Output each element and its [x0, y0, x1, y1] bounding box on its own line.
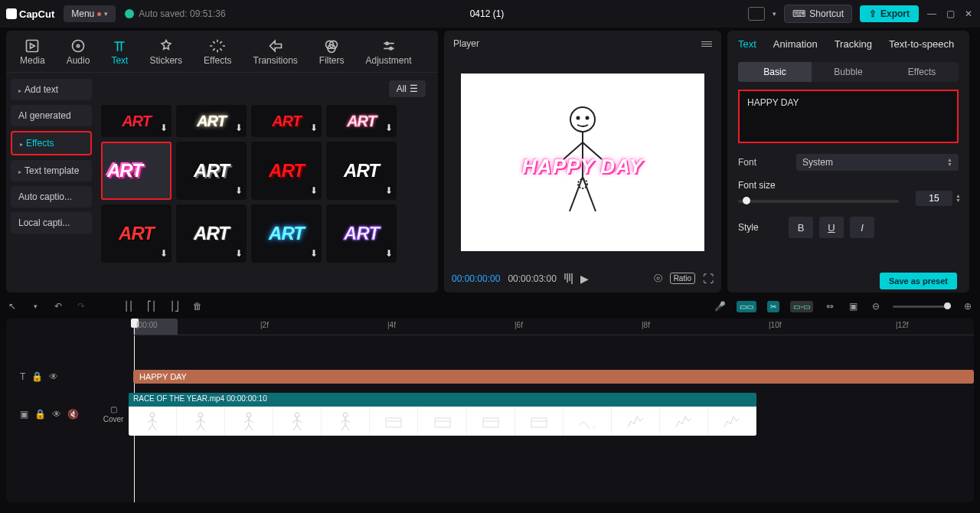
effect-tile[interactable]: ART⬇	[326, 204, 397, 263]
font-select[interactable]: System ▲▼	[796, 154, 959, 171]
effect-tile[interactable]: ART⬇	[176, 105, 247, 137]
lock-icon[interactable]: 🔒	[34, 409, 46, 420]
svg-rect-47	[386, 418, 401, 427]
fontsize-input[interactable]: 15	[916, 191, 952, 206]
layout-icon[interactable]	[748, 7, 765, 21]
text-clip[interactable]: HAPPY DAY	[133, 370, 974, 384]
download-icon[interactable]: ⬇	[235, 248, 243, 259]
text-content-input[interactable]: HAPPY DAY	[738, 90, 959, 143]
video-clip[interactable]: RACE OF THE YEAR.mp4 00:00:00:10	[129, 393, 756, 436]
export-button[interactable]: ⇪ Export	[860, 5, 919, 22]
close-icon[interactable]: ✕	[963, 8, 974, 19]
effect-tile[interactable]: ART⬇	[251, 142, 322, 200]
effect-tile[interactable]: ART⬇	[251, 204, 322, 263]
subtab-effects[interactable]: Effects	[885, 62, 959, 82]
redo-icon[interactable]: ↷	[75, 301, 87, 312]
download-icon[interactable]: ⬇	[385, 248, 393, 259]
zoom-slider[interactable]	[893, 306, 951, 308]
undo-icon[interactable]: ↶	[52, 301, 64, 312]
slider-knob[interactable]	[743, 197, 750, 204]
download-icon[interactable]: ⬇	[235, 123, 243, 133]
effect-tile[interactable]: ART⬇	[251, 105, 322, 137]
effect-tile[interactable]: ART⬇	[101, 204, 172, 263]
snap-link-icon[interactable]: ▭◦▭	[790, 301, 813, 312]
tab-stickers[interactable]: Stickers	[143, 35, 188, 72]
sidebar-item-ai-generated[interactable]: AI generated	[11, 105, 92, 126]
lock-icon[interactable]: 🔒	[31, 371, 43, 382]
maximize-icon[interactable]: ▢	[945, 8, 956, 19]
zoom-in-icon[interactable]: ⊕	[962, 301, 974, 312]
download-icon[interactable]: ⬇	[310, 123, 318, 133]
split-left-icon[interactable]: ⎡⎮	[145, 301, 158, 312]
underline-button[interactable]: U	[819, 217, 844, 238]
fullscreen-icon[interactable]: ⛶	[703, 273, 714, 285]
mute-icon[interactable]: 🔇	[67, 409, 79, 420]
cover-button[interactable]: ▢ Cover	[98, 405, 129, 423]
mic-icon[interactable]: 🎤	[714, 301, 726, 312]
tab-transitions[interactable]: Transitions	[247, 35, 304, 72]
tab-effects[interactable]: Effects	[198, 35, 237, 72]
sidebar-item-auto-captions[interactable]: Auto captio...	[11, 186, 92, 207]
italic-button[interactable]: I	[850, 217, 874, 238]
shortcut-button[interactable]: ⌨ Shortcut	[784, 5, 852, 23]
align-center-icon[interactable]: ⇔	[824, 301, 836, 312]
bold-button[interactable]: B	[789, 217, 813, 238]
minimize-icon[interactable]: —	[926, 8, 937, 19]
sidebar-item-add-text[interactable]: ▸Add text	[11, 79, 92, 100]
effect-tile[interactable]: ART⬇	[176, 142, 247, 200]
chevron-down-icon[interactable]: ▾	[773, 10, 776, 18]
fontsize-stepper[interactable]: ▲▼	[956, 194, 961, 203]
download-icon[interactable]: ⬇	[385, 123, 393, 133]
preview-area[interactable]: HAPPY DAY	[444, 57, 721, 267]
eye-icon[interactable]: 👁	[49, 371, 58, 382]
filter-all-button[interactable]: All ☰	[389, 80, 426, 97]
snap-cut-icon[interactable]: ✂	[767, 301, 779, 312]
fontsize-slider[interactable]	[738, 200, 899, 203]
subtab-bubble[interactable]: Bubble	[812, 62, 885, 82]
eye-icon[interactable]: 👁	[52, 409, 61, 420]
zoom-out-icon[interactable]: ⊖	[870, 301, 882, 312]
download-icon[interactable]: ⬇	[310, 185, 318, 196]
save-preset-button[interactable]: Save as preset	[880, 273, 957, 289]
shortcut-label: Shortcut	[809, 8, 844, 19]
tab-animation[interactable]: Animation	[773, 38, 818, 56]
sidebar-item-text-template[interactable]: ▸Text template	[11, 160, 92, 181]
subtab-basic[interactable]: Basic	[738, 62, 812, 82]
timeline[interactable]: |00:00 |2f |4f |6f |8f |10f |12f T 🔒 👁 H…	[6, 319, 974, 502]
tab-filters[interactable]: Filters	[313, 35, 351, 72]
effect-tile[interactable]: ART⬇	[326, 142, 397, 200]
download-icon[interactable]: ⬇	[235, 185, 243, 196]
tab-media[interactable]: Media	[14, 35, 51, 72]
zoom-knob[interactable]	[944, 302, 951, 309]
tab-tts[interactable]: Text-to-speech	[889, 38, 954, 56]
download-icon[interactable]: ⬇	[160, 248, 168, 259]
tab-adjustment[interactable]: Adjustment	[359, 35, 417, 72]
time-ruler[interactable]: |00:00 |2f |4f |6f |8f |10f |12f	[133, 319, 974, 335]
effect-tile-selected[interactable]: ART	[101, 142, 172, 200]
split-icon[interactable]: ⎮⎮	[122, 301, 135, 312]
tab-text[interactable]: Text	[105, 35, 134, 72]
effect-tile[interactable]: ART⬇	[326, 105, 397, 137]
cursor-icon[interactable]: ↖	[6, 301, 18, 312]
player-menu-icon[interactable]	[701, 41, 712, 47]
sidebar-item-effects[interactable]: ▸Effects	[11, 131, 92, 155]
chevron-down-icon[interactable]: ▾	[29, 302, 41, 310]
effect-tile[interactable]: ART⬇	[176, 204, 247, 263]
scan-icon[interactable]: ⦾	[654, 272, 662, 285]
ratio-button[interactable]: Ratio	[670, 273, 695, 284]
download-icon[interactable]: ⬇	[310, 248, 318, 259]
split-right-icon[interactable]: ⎮⎦	[168, 301, 181, 312]
preview-mode-icon[interactable]: ▣	[847, 301, 859, 312]
sidebar-item-local-captions[interactable]: Local capti...	[11, 212, 92, 234]
download-icon[interactable]: ⬇	[385, 185, 393, 196]
download-icon[interactable]: ⬇	[160, 123, 168, 133]
delete-icon[interactable]: 🗑	[191, 301, 204, 312]
effect-tile[interactable]: ART⬇	[101, 105, 172, 137]
tab-tracking[interactable]: Tracking	[835, 38, 872, 56]
tab-text[interactable]: Text	[738, 38, 756, 56]
play-icon[interactable]: ▶	[580, 273, 589, 285]
menu-button[interactable]: Menu ▾	[64, 5, 116, 22]
tab-audio[interactable]: Audio	[60, 35, 96, 72]
snap-main-icon[interactable]: ▭▭	[737, 301, 756, 312]
stepper-icon[interactable]: ▲▼	[947, 158, 952, 167]
